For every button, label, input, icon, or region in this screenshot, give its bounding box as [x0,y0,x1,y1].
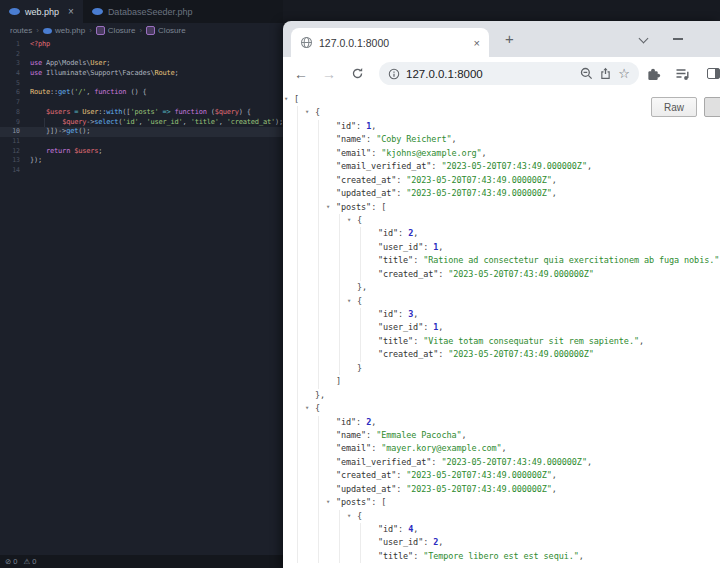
tab-search-chevron-icon[interactable] [639,34,649,44]
json-token: : [398,228,408,238]
extensions-puzzle-icon[interactable] [646,57,661,90]
collapse-toggle-icon[interactable]: ▾ [326,201,330,214]
breadcrumb-item-closure[interactable]: Closure [96,26,136,35]
json-token: : [438,349,448,359]
indent-guide [297,160,298,173]
json-token: , [552,470,557,480]
breadcrumb-separator: › [89,26,92,35]
json-token: ] [336,376,341,386]
json-token: "2023-05-20T07:43:49.000000Z" [441,457,587,467]
indent-guide [318,550,319,563]
code-area[interactable]: 1<?php23use App\Models\User;4use Illumin… [0,40,283,176]
forward-button[interactable]: → [317,57,341,90]
collapse-toggle-icon[interactable]: ▾ [347,295,351,308]
json-line: "email": "kjohns@example.org", [283,147,720,160]
collapse-toggle-icon[interactable]: ▾ [347,510,351,523]
json-token: "created_at" [378,349,438,359]
collapse-toggle-icon[interactable]: ▾ [326,496,330,509]
indent-guide [297,106,298,119]
json-line: ] [283,375,720,388]
code-line-1[interactable]: 1<?php [0,40,283,50]
json-token: "updated_at" [336,484,396,494]
indent-guide [318,147,319,160]
breadcrumb-item-closure[interactable]: Closure [146,26,186,35]
code-line-12[interactable]: 12 return $users; [0,147,283,157]
code-line-3[interactable]: 3use App\Models\User; [0,59,283,69]
editor-tab-webphp[interactable]: web.php × [0,0,83,23]
media-controls-icon[interactable] [675,57,690,90]
json-line: ▾{ [283,295,720,308]
json-line: }, [283,389,720,402]
code-line-11[interactable]: 11 [0,137,283,147]
symbol-closure-icon [146,26,155,35]
indent-guide [297,187,298,200]
code-line-5[interactable]: 5 [0,79,283,89]
code-line-13[interactable]: 13}); [0,156,283,166]
json-token: : [398,524,408,534]
line-number: 3 [0,59,20,69]
browser-tab[interactable]: 127.0.0.1:8000 × [291,28,489,57]
json-token: "user_id" [378,322,423,332]
indent-guide [297,120,298,133]
side-panel-icon[interactable] [707,68,720,79]
close-tab-icon[interactable]: × [68,6,74,17]
symbol-closure-icon [96,26,105,35]
indent-guide [297,469,298,482]
indent-guide [297,295,298,308]
breadcrumb-item-routes[interactable]: routes [10,26,32,35]
json-line: "updated_at": "2023-05-20T07:43:49.00000… [283,187,720,200]
line-number: 12 [0,147,20,157]
collapse-toggle-icon[interactable]: ▾ [305,106,309,119]
indent-guide [297,375,298,388]
code-line-14[interactable]: 14 [0,166,283,176]
indent-guide [339,536,340,549]
code-line-4[interactable]: 4use Illuminate\Support\Facades\Route; [0,69,283,79]
indent-guide [297,550,298,563]
json-token: "id" [378,524,398,534]
address-bar[interactable]: 127.0.0.1:8000 ☆ [379,62,639,85]
indent-guide [297,147,298,160]
indent-guide [297,348,298,361]
json-token: "2023-05-20T07:43:49.000000Z" [406,175,552,185]
json-token: : [356,121,366,131]
collapse-toggle-icon[interactable]: ▾ [347,214,351,227]
editor-tab-databaseseeder[interactable]: DatabaseSeeder.php [83,0,202,23]
browser-toolbar: ← → 127.0.0.1:8000 [283,57,720,90]
json-token: , [371,417,376,427]
breadcrumb-item-file[interactable]: web.php [43,26,85,35]
code-line-8[interactable]: 8 $users = User::with(['posts' => functi… [0,108,283,118]
share-icon[interactable] [599,67,612,80]
indent-guide [318,483,319,496]
code-line-10[interactable]: 10 }])->get(); [0,127,283,137]
bookmark-star-icon[interactable]: ☆ [618,67,630,80]
json-token: , [502,443,507,453]
json-line: "title": "Ratione ad consectetur quia ex… [283,254,720,267]
line-number: 2 [0,50,20,60]
collapse-toggle-icon[interactable]: ▾ [284,93,288,106]
indent-guide [318,321,319,334]
json-token: "created_at" [336,470,396,480]
minimize-window-button[interactable] [673,38,683,40]
json-token: , [552,175,557,185]
collapse-toggle-icon[interactable]: ▾ [305,402,309,415]
close-tab-icon[interactable]: × [474,37,480,49]
zoom-out-icon[interactable] [580,67,593,80]
code-line-7[interactable]: 7 [0,98,283,108]
indent-guide [339,214,340,227]
code-line-6[interactable]: 6Route::get('/', function () { [0,88,283,98]
json-line: "title": "Tempore libero est est sequi."… [283,550,720,563]
line-number: 13 [0,156,20,166]
back-button[interactable]: ← [289,57,313,90]
code-line-9[interactable]: 9 $query->select('id', 'user_id', 'title… [0,118,283,128]
reload-button[interactable] [345,57,369,90]
problems-warnings[interactable]: ⚠ 0 [23,557,36,566]
problems-errors[interactable]: ⊘ 0 [5,557,17,566]
json-line: "updated_at": "2023-05-20T07:43:49.00000… [283,483,720,496]
warning-icon: ⚠ [23,557,30,566]
json-token: "kjohns@example.org" [381,148,481,158]
new-tab-button[interactable]: + [505,30,514,47]
site-info-icon[interactable] [388,68,400,80]
url-text: 127.0.0.1:8000 [406,68,574,80]
indent-guide [339,281,340,294]
code-line-2[interactable]: 2 [0,50,283,60]
